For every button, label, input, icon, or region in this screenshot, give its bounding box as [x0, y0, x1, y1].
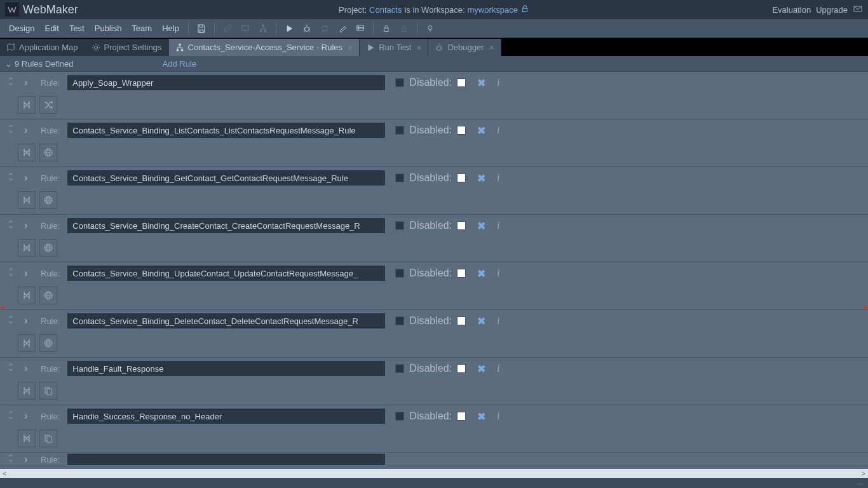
menu-help[interactable]: Help	[157, 21, 184, 36]
menu-team[interactable]: Team	[126, 21, 157, 36]
info-icon[interactable]: i	[497, 268, 499, 279]
disabled-checkbox[interactable]	[457, 269, 466, 278]
disabled-checkbox[interactable]	[457, 173, 466, 182]
binding-icon[interactable]	[18, 334, 36, 352]
info-icon[interactable]: i	[497, 315, 499, 327]
erase-icon[interactable]	[336, 22, 349, 35]
chevron-down-icon[interactable]: ⌄	[5, 59, 12, 69]
disabled-checkbox[interactable]	[457, 221, 466, 230]
chevron-up-icon[interactable]: ︿	[857, 478, 864, 489]
delete-rule-icon[interactable]: ✖	[477, 410, 485, 423]
reorder-handle[interactable]	[5, 172, 17, 184]
copy-icon[interactable]	[39, 430, 57, 447]
close-tab-icon[interactable]: ×	[489, 43, 494, 53]
delete-rule-icon[interactable]: ✖	[477, 363, 485, 375]
info-icon[interactable]: i	[497, 220, 499, 231]
tab-project-settings[interactable]: Project Settings	[85, 39, 169, 56]
expand-rule-icon[interactable]: ›	[20, 315, 32, 327]
close-tab-icon[interactable]: ×	[348, 43, 353, 53]
menu-edit[interactable]: Edit	[39, 21, 64, 36]
reorder-handle[interactable]	[5, 410, 17, 423]
delete-rule-icon[interactable]: ✖	[477, 268, 485, 280]
edit-icon[interactable]	[221, 22, 234, 35]
workspace-name-link[interactable]: myworkspace	[468, 5, 518, 15]
expand-rule-icon[interactable]: ›	[20, 268, 32, 279]
info-icon[interactable]: i	[497, 125, 499, 136]
disabled-checkbox[interactable]	[457, 412, 466, 421]
rule-name-input[interactable]	[67, 313, 385, 329]
expand-rule-icon[interactable]: ›	[20, 125, 32, 136]
mail-icon[interactable]	[853, 4, 863, 16]
shuffle-icon[interactable]	[39, 96, 57, 114]
expand-rule-icon[interactable]: ›	[20, 220, 32, 231]
play-icon[interactable]	[283, 22, 295, 35]
binding-icon[interactable]	[18, 430, 36, 447]
lock-icon[interactable]	[380, 22, 393, 35]
reorder-handle[interactable]	[5, 124, 17, 137]
reorder-handle[interactable]	[5, 315, 17, 327]
info-icon[interactable]: i	[497, 363, 499, 374]
expand-right-icon[interactable]	[863, 302, 868, 313]
expand-rule-icon[interactable]: ›	[20, 363, 32, 374]
project-name-link[interactable]: Contacts	[369, 5, 402, 15]
rule-name-input[interactable]	[67, 218, 385, 233]
binding-icon[interactable]	[18, 382, 36, 400]
reorder-handle[interactable]	[5, 362, 17, 375]
rule-name-input[interactable]	[67, 75, 385, 90]
close-tab-icon[interactable]: ×	[416, 43, 421, 53]
rule-name-input[interactable]	[67, 266, 385, 281]
reorder-handle[interactable]	[5, 76, 17, 89]
monitor-icon[interactable]	[239, 22, 252, 35]
delete-rule-icon[interactable]: ✖	[477, 315, 485, 327]
upgrade-link[interactable]: Upgrade	[816, 5, 848, 15]
disabled-checkbox[interactable]	[457, 316, 466, 325]
disabled-checkbox[interactable]	[457, 364, 466, 373]
expand-left-icon[interactable]	[0, 302, 5, 313]
horizontal-scrollbar[interactable]: <>	[0, 469, 868, 478]
bulb-icon[interactable]	[424, 22, 437, 35]
server-icon[interactable]	[354, 22, 367, 35]
unlock-icon[interactable]	[520, 4, 529, 15]
binding-icon[interactable]	[18, 239, 36, 257]
delete-rule-icon[interactable]: ✖	[477, 172, 485, 184]
globe-icon[interactable]	[39, 239, 57, 257]
disabled-checkbox[interactable]	[457, 126, 466, 135]
expand-rule-icon[interactable]: ›	[20, 410, 32, 422]
info-icon[interactable]: i	[497, 410, 499, 422]
globe-icon[interactable]	[39, 287, 57, 304]
globe-icon[interactable]	[39, 334, 57, 352]
reorder-handle[interactable]	[5, 453, 17, 466]
refresh-icon[interactable]	[318, 22, 331, 35]
binding-icon[interactable]	[18, 144, 36, 161]
menu-test[interactable]: Test	[64, 21, 90, 36]
tab-debugger[interactable]: Debugger ×	[428, 39, 501, 56]
expand-rule-icon[interactable]: ›	[20, 454, 32, 465]
copy-icon[interactable]	[39, 382, 57, 400]
info-icon[interactable]: i	[497, 77, 499, 88]
delete-rule-icon[interactable]: ✖	[477, 125, 485, 137]
binding-icon[interactable]	[18, 96, 36, 114]
delete-rule-icon[interactable]: ✖	[477, 77, 485, 89]
unlock-icon-tb[interactable]	[398, 22, 410, 35]
add-rule-link[interactable]: Add Rule	[163, 59, 196, 69]
rule-name-input[interactable]	[67, 123, 385, 138]
reorder-handle[interactable]	[5, 219, 17, 232]
rule-name-input[interactable]	[67, 361, 385, 376]
expand-rule-icon[interactable]: ›	[20, 77, 32, 88]
expand-rule-icon[interactable]: ›	[20, 172, 32, 184]
rule-name-input[interactable]	[67, 454, 385, 465]
globe-icon[interactable]	[39, 144, 57, 161]
tab-run-test[interactable]: Run Test ×	[360, 39, 428, 56]
menu-design[interactable]: Design	[4, 21, 39, 36]
bug-icon[interactable]	[301, 22, 313, 35]
tab-application-map[interactable]: Application Map	[0, 39, 85, 56]
info-icon[interactable]: i	[497, 172, 499, 184]
rule-name-input[interactable]	[67, 409, 385, 424]
disabled-checkbox[interactable]	[457, 78, 466, 87]
binding-icon[interactable]	[18, 191, 36, 209]
save-icon[interactable]	[195, 22, 208, 35]
reorder-handle[interactable]	[5, 267, 17, 280]
tab-rules[interactable]: Contacts_Service-Access_Service - Rules …	[169, 39, 360, 56]
binding-icon[interactable]	[18, 287, 36, 304]
menu-publish[interactable]: Publish	[90, 21, 127, 36]
